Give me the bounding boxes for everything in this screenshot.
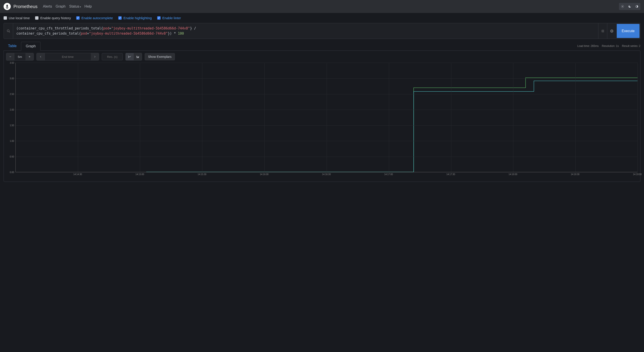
checkbox[interactable] [118, 16, 122, 20]
theme-settings-button[interactable] [619, 3, 626, 10]
nav-status[interactable]: Status▾ [69, 4, 81, 8]
contrast-icon [635, 5, 638, 8]
result-tabs: Table Graph Load time: 265ms Resolution:… [4, 41, 640, 50]
minus-icon [9, 55, 12, 58]
indent-icon [601, 29, 605, 33]
theme-contrast-button[interactable] [633, 3, 640, 10]
chevron-left-icon [39, 55, 42, 58]
end-time-control [36, 53, 99, 60]
stat-result-series: Result series: 2 [622, 44, 640, 48]
prometheus-logo [4, 3, 11, 10]
end-time-next-button[interactable] [91, 53, 99, 60]
svg-point-0 [622, 6, 623, 7]
chart-type-line-button[interactable] [126, 53, 134, 60]
metrics-explorer-button[interactable] [4, 23, 13, 39]
x-axis: 14:14:3014:15:0014:15:3014:16:0014:16:30… [16, 172, 638, 177]
stat-load-time: Load time: 265ms [577, 44, 598, 48]
execute-button[interactable]: Execute [617, 24, 640, 38]
range-control [6, 53, 34, 60]
opt-enable-highlighting[interactable]: Enable highlighting [118, 16, 152, 20]
checkbox[interactable] [157, 16, 160, 20]
svg-line-3 [9, 31, 10, 32]
chevron-down-icon: ▾ [80, 5, 81, 8]
expression-help-button[interactable] [607, 23, 616, 39]
nav-alerts[interactable]: Alerts [43, 4, 52, 8]
theme-dark-button[interactable] [626, 3, 633, 10]
graph-panel: Show Exemplars 0.000.501.001.502.002.503… [4, 50, 640, 182]
query-input-row: (container_cpu_cfs_throttled_periods_tot… [4, 23, 640, 39]
resolution-input[interactable] [102, 53, 123, 60]
format-expression-button[interactable] [598, 23, 607, 39]
opt-enable-autocomplete[interactable]: Enable autocomplete [76, 16, 113, 20]
gear-icon [621, 5, 624, 8]
top-navbar: Prometheus Alerts Graph Status▾ Help [0, 0, 644, 13]
end-time-input[interactable] [45, 53, 91, 60]
opt-enable-query-history[interactable]: Enable query history [35, 16, 71, 20]
line-chart-icon [128, 55, 131, 58]
query-stats: Load time: 265ms Resolution: 1s Result s… [577, 44, 640, 48]
plot-area[interactable] [16, 63, 638, 172]
checkbox[interactable] [35, 16, 38, 20]
graph-controls: Show Exemplars [4, 51, 640, 63]
checkbox[interactable] [4, 16, 7, 20]
svg-point-2 [7, 30, 9, 32]
range-decrease-button[interactable] [6, 53, 14, 60]
stat-resolution: Resolution: 1s [602, 44, 619, 48]
area-chart-icon [136, 55, 139, 58]
chevron-right-icon [94, 55, 96, 58]
nav-links: Alerts Graph Status▾ Help [43, 4, 92, 8]
y-axis: 0.000.501.001.502.002.503.003.50 [6, 63, 16, 172]
chart-area: 0.000.501.001.502.002.503.003.50 14:14:3… [6, 63, 638, 179]
nav-help[interactable]: Help [84, 4, 92, 8]
nav-graph[interactable]: Graph [56, 4, 66, 8]
range-input[interactable] [14, 53, 26, 60]
theme-switcher [619, 3, 640, 10]
search-icon [7, 29, 10, 33]
show-exemplars-button[interactable]: Show Exemplars [145, 53, 175, 60]
tab-graph[interactable]: Graph [21, 42, 40, 51]
chart-type-stacked-button[interactable] [134, 53, 142, 60]
plus-icon [28, 55, 31, 58]
expression-input[interactable]: (container_cpu_cfs_throttled_periods_tot… [13, 23, 598, 39]
opt-enable-linter[interactable]: Enable linter [157, 16, 181, 20]
checkbox[interactable] [76, 16, 80, 20]
end-time-prev-button[interactable] [37, 53, 45, 60]
query-options-row: Use local time Enable query history Enab… [0, 13, 644, 23]
opt-use-local-time[interactable]: Use local time [4, 16, 30, 20]
range-increase-button[interactable] [26, 53, 34, 60]
chart-type-control [126, 53, 142, 60]
brand-title: Prometheus [14, 4, 38, 9]
tab-table[interactable]: Table [4, 42, 21, 50]
moon-icon [628, 5, 631, 8]
globe-icon [610, 29, 614, 33]
